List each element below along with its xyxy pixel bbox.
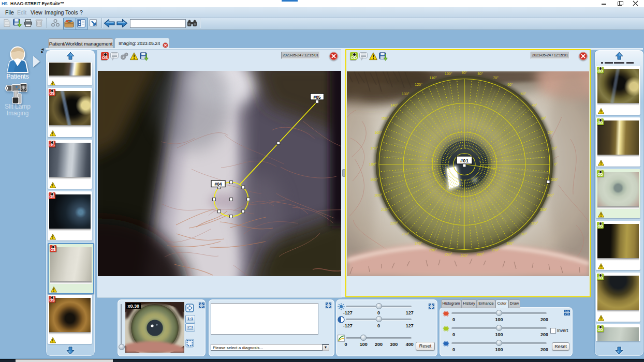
svg-text:250°: 250° [429,248,437,252]
svg-text:130°: 130° [402,92,409,96]
svg-text:100°: 100° [445,72,452,76]
svg-text:330°: 330° [540,208,548,212]
svg-text:240°: 240° [415,242,422,245]
svg-text:180°: 180° [369,162,377,165]
svg-text:210°: 210° [381,208,389,212]
svg-text:310°: 310° [520,232,528,236]
svg-text:220°: 220° [390,221,398,224]
svg-text:290°: 290° [492,248,500,252]
svg-text:10°: 10° [552,146,558,150]
svg-text:320°: 320° [531,221,538,224]
svg-text:70°: 70° [493,76,499,80]
svg-text:140°: 140° [390,103,398,107]
svg-text:20°: 20° [548,131,553,134]
svg-text:160°: 160° [374,131,382,134]
svg-text:230°: 230° [402,232,409,236]
svg-text:110°: 110° [430,76,437,80]
svg-text:#05: #05 [313,94,320,99]
svg-text:200°: 200° [374,193,382,197]
svg-text:340°: 340° [547,193,554,197]
svg-text:60°: 60° [507,83,513,86]
svg-text:300°: 300° [506,242,514,245]
svg-text:260°: 260° [445,252,452,256]
svg-text:80°: 80° [477,72,483,76]
svg-text:280°: 280° [476,252,484,256]
svg-text:190°: 190° [370,178,378,182]
svg-text:50°: 50° [521,92,526,96]
svg-text:270°: 270° [461,253,469,257]
svg-text:40°: 40° [532,103,537,107]
svg-text:#04: #04 [214,181,222,186]
svg-text:30°: 30° [541,116,547,120]
svg-text:120°: 120° [415,83,422,86]
svg-text:170°: 170° [370,146,378,150]
svg-text:#01: #01 [460,157,469,163]
svg-text:90°: 90° [462,71,467,74]
svg-text:150°: 150° [381,116,389,120]
svg-text:350°: 350° [551,178,559,182]
svg-text:0°: 0° [554,162,558,165]
